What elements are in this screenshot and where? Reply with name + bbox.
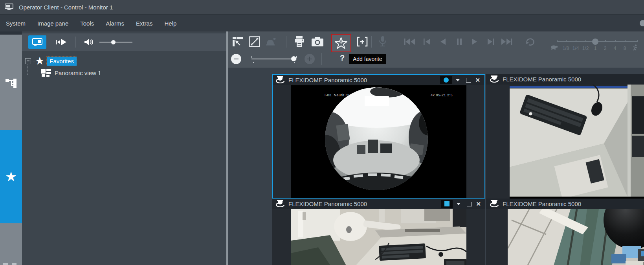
monitor-icon [5, 4, 13, 11]
volume-slider[interactable] [99, 42, 132, 42]
pane-titlebar[interactable]: FLEXIDOME Panoramic 5000 ✕ [486, 74, 644, 85]
pane-titlebar[interactable]: FLEXIDOME Panoramic 5000 ✕ [273, 75, 484, 85]
lab-desk-video-image [291, 209, 466, 265]
loop-icon [525, 37, 537, 46]
minus-icon [234, 59, 239, 60]
speed-scale: 1/8 1/4 1/2 1 2 4 8 [550, 46, 644, 52]
video-overlay-timestamp: 4x 05-21 2:5 [431, 93, 453, 97]
menu-tools[interactable]: Tools [74, 15, 100, 32]
play-backward-button [436, 35, 450, 48]
expand-icon [249, 36, 260, 47]
audio-button[interactable] [84, 38, 94, 46]
pause-button [453, 35, 466, 48]
restore-layout-icon [232, 37, 243, 47]
pane-titlebar[interactable]: FLEXIDOME Panoramic 5000 ✕ [486, 199, 644, 209]
recording-indicator-chip [441, 200, 453, 208]
menu-image-pane[interactable]: Image pane [31, 15, 74, 32]
maximize-pane-button[interactable] [248, 35, 261, 48]
video-area[interactable] [486, 85, 644, 199]
tree-item-panoramic-view[interactable]: Panoramic view 1 [41, 69, 101, 77]
speed-slider-thumb [592, 39, 598, 45]
skip-backward-icon [404, 38, 416, 45]
camera-name: FLEXIDOME Panoramic 5000 [503, 76, 581, 83]
alarm-button [264, 35, 278, 48]
maximize-icon[interactable] [467, 202, 472, 206]
pause-icon [457, 38, 462, 45]
video-area[interactable] [486, 209, 644, 265]
plus-icon [307, 59, 312, 60]
sidebar-tab-favorites[interactable]: ★ [0, 130, 22, 223]
pane-controls: ✕ [441, 200, 485, 208]
sidebar-tabstrip: ★ [0, 31, 22, 265]
tree-icon [5, 77, 17, 88]
sidebar-tab-logical-tree[interactable] [0, 69, 22, 96]
favorites-star-icon: ★ [35, 56, 44, 66]
star-icon: ★ [5, 170, 17, 183]
step-backward-button [420, 35, 434, 48]
image-pane-4[interactable]: FLEXIDOME Panoramic 5000 ✕ [486, 199, 644, 265]
image-pane-2[interactable]: FLEXIDOME Panoramic 5000 ✕ [486, 74, 644, 199]
image-pane-1[interactable]: FLEXIDOME Panoramic 5000 ✕ [272, 74, 485, 199]
recording-indicator-circle [444, 77, 449, 83]
menu-extras[interactable]: Extras [130, 15, 159, 32]
add-bookmark-button[interactable] [356, 35, 369, 48]
add-favorite-button[interactable] [331, 34, 351, 52]
skip-backward-button [403, 35, 416, 48]
operator-client-window: { "title_bar": { "title": "Operator Clie… [0, 0, 644, 265]
maximize-icon[interactable] [466, 78, 471, 83]
camera-name: FLEXIDOME Panoramic 5000 [503, 201, 581, 207]
step-play-icon [55, 38, 68, 46]
volume-slider-thumb[interactable] [111, 40, 116, 44]
toolbar-separator [321, 53, 322, 65]
speed-label: 2 [604, 46, 607, 51]
menu-bar: System Image pane Tools Alarms Extras He… [0, 14, 644, 32]
image-pane-workspace: FLEXIDOME Panoramic 5000 ✕ [228, 68, 644, 265]
turtle-icon [550, 45, 558, 51]
pane-count-slider-thumb[interactable] [291, 56, 296, 61]
zoom-out-button[interactable] [231, 54, 241, 64]
pane-controls: ✕ [440, 76, 484, 84]
video-area[interactable] [272, 209, 485, 265]
tree-item-favorites[interactable]: ★ Favorites [22, 55, 77, 67]
image-pane-view-button[interactable] [28, 35, 46, 49]
chevron-down-icon[interactable] [457, 203, 461, 205]
step-forward-button [484, 35, 497, 48]
close-icon[interactable]: ✕ [475, 77, 480, 84]
play-backward-icon [439, 38, 446, 45]
recording-indicator-chip [440, 76, 452, 84]
speed-label: 1 [594, 46, 597, 51]
menu-alarms[interactable]: Alarms [100, 15, 130, 32]
video-area[interactable]: I-03. Neurit CE 4x 05-21 2:5 [273, 85, 484, 198]
instant-playback-button[interactable] [55, 38, 68, 46]
collapse-icon[interactable] [25, 58, 31, 64]
tree-item-label[interactable]: Favorites [47, 57, 77, 66]
zoom-in-button [305, 54, 315, 64]
restore-layout-button[interactable] [231, 35, 244, 48]
favorites-panel: ★ Favorites Panoramic view 1 [22, 31, 226, 265]
camera-icon [311, 37, 324, 47]
print-button[interactable] [293, 35, 306, 48]
favorites-panel-toolbar [22, 33, 226, 51]
menu-system[interactable]: System [0, 15, 31, 32]
dome-camera-icon [275, 76, 285, 84]
window-title: Operator Client - Control - Monitor 1 [19, 4, 113, 11]
clipped-tab-icon [12, 263, 17, 265]
dome-camera-icon [275, 200, 285, 208]
toolbar-separator [286, 36, 286, 48]
step-backward-icon [423, 38, 431, 45]
tree-item-label[interactable]: Panoramic view 1 [55, 70, 101, 76]
toolbar-separator [371, 36, 372, 48]
menu-help[interactable]: Help [158, 15, 182, 32]
help-button[interactable]: ? [340, 53, 345, 63]
chevron-down-icon[interactable] [456, 79, 460, 81]
dome-camera-icon [490, 200, 499, 208]
bracket-plus-icon [356, 37, 368, 47]
video-overlay-camera-label: I-03. Neurit CE [325, 93, 351, 97]
close-icon[interactable]: ✕ [476, 201, 481, 208]
snapshot-button[interactable] [311, 35, 324, 48]
clipped-icon [640, 20, 644, 26]
pane-count-slider[interactable] [251, 59, 297, 59]
pane-titlebar[interactable]: FLEXIDOME Panoramic 5000 ✕ [272, 199, 485, 209]
step-forward-icon [487, 38, 495, 45]
image-pane-3[interactable]: FLEXIDOME Panoramic 5000 ✕ [272, 199, 485, 265]
